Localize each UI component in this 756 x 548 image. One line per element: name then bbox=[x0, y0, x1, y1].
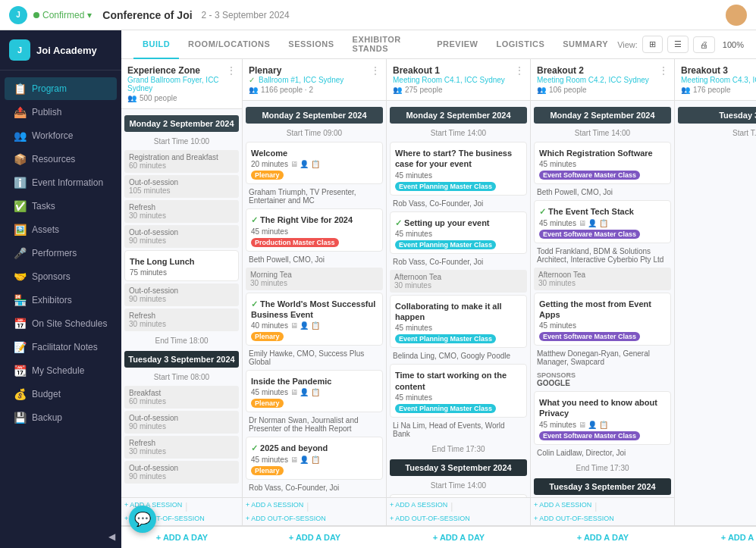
day-header: Monday 2 September 2024 bbox=[390, 107, 527, 124]
day-header: Monday 2 September 2024 bbox=[534, 107, 671, 124]
add-session-btn[interactable]: + ADD OUT-OF-SESSION bbox=[246, 515, 326, 522]
speaker-line: Todd Frankland, BDM & Solutions Architec… bbox=[534, 246, 671, 265]
add-session-btn[interactable]: + ADD A SESSION bbox=[246, 501, 303, 512]
session-card[interactable]: ✓ The Event Tech Stack 45 minutes 🖥 👤 📋 … bbox=[534, 200, 671, 243]
sidebar-item-performers[interactable]: 🎤Performers bbox=[5, 242, 117, 265]
tab-preview[interactable]: PREVIEW bbox=[428, 30, 487, 59]
topbar: J Confirmed ▾ Conference of Joi 2 - 3 Se… bbox=[0, 0, 756, 30]
out-session-block: Out-of-session90 minutes bbox=[124, 283, 239, 306]
sidebar-icon-3: 📦 bbox=[14, 153, 26, 165]
col-menu-btn[interactable]: ⋮ bbox=[659, 65, 668, 76]
col-subtitle: Grand Ballroom Foyer, ICC Sydney bbox=[127, 76, 227, 92]
session-title: The Long Lunch bbox=[130, 256, 234, 267]
sidebar-icon-4: ℹ️ bbox=[14, 177, 26, 189]
sidebar-item-on-site-schedules[interactable]: 📅On Site Schedules bbox=[5, 312, 117, 335]
session-card[interactable]: What you need to know about Privacy 45 m… bbox=[534, 391, 671, 445]
sidebar-icon-12: 📆 bbox=[14, 365, 26, 377]
add-session-btn[interactable]: + ADD OUT-OF-SESSION bbox=[534, 515, 614, 522]
schedule-container[interactable]: Experience Zone Grand Ballroom Foyer, IC… bbox=[121, 59, 756, 525]
session-card[interactable]: Getting the most from Event Apps 45 minu… bbox=[534, 293, 671, 346]
session-card[interactable]: The Long Lunch 75 minutes bbox=[124, 250, 239, 281]
session-tag: Event Planning Master Class bbox=[395, 404, 496, 413]
print-btn[interactable]: 🖨 bbox=[693, 36, 715, 53]
sidebar-icon-1: 📤 bbox=[14, 106, 26, 118]
col-body[interactable]: Tuesday 3 S...Start T... bbox=[675, 101, 756, 525]
view-grid-btn[interactable]: ⊞ bbox=[642, 36, 663, 53]
col-menu-btn[interactable]: ⋮ bbox=[227, 65, 236, 76]
session-tag: Event Planning Master Class bbox=[395, 240, 496, 249]
dropdown-icon[interactable]: ▾ bbox=[87, 10, 92, 20]
session-card[interactable]: ✓ Setting up your event 45 minutes Event… bbox=[390, 211, 527, 254]
footer-sep: | bbox=[306, 501, 309, 512]
sidebar-item-my-schedule[interactable]: 📆My Schedule bbox=[5, 359, 117, 382]
session-card[interactable]: Welcome 20 minutes 🖥 👤 📋 Plenary bbox=[246, 142, 383, 184]
col-body[interactable]: Monday 2 September 2024Start Time 14:00 … bbox=[531, 101, 674, 497]
session-icons: 🖥 👤 📋 bbox=[579, 421, 609, 429]
col-body[interactable]: Monday 2 September 2024Start Time 10:00R… bbox=[121, 109, 242, 497]
add-session-btn[interactable]: + ADD A SESSION bbox=[534, 501, 591, 512]
chat-bubble[interactable]: 💬 bbox=[129, 506, 156, 533]
add-day-btn-plenary[interactable]: + ADD A DAY bbox=[243, 526, 387, 548]
start-time: Start Time 14:00 bbox=[534, 127, 671, 139]
tab-sessions[interactable]: SESSIONS bbox=[279, 30, 343, 59]
out-session-block: Out-of-session90 minutes bbox=[124, 461, 239, 484]
session-title: ✓ 2025 and beyond bbox=[251, 443, 378, 453]
sidebar-item-backup[interactable]: 💾Backup bbox=[5, 406, 117, 429]
session-card[interactable]: Time to start working on the content 45 … bbox=[390, 364, 527, 418]
col-body[interactable]: Monday 2 September 2024Start Time 09:00 … bbox=[243, 101, 386, 497]
out-session-block: Registration and Breakfast60 minutes bbox=[124, 150, 239, 173]
session-title: Where to start? The business case for yo… bbox=[395, 148, 522, 170]
session-tag: Plenary bbox=[251, 399, 284, 408]
session-card[interactable]: ✓ The World's Most Successful Business E… bbox=[246, 293, 383, 346]
session-card[interactable]: Where to start? The business case for yo… bbox=[390, 142, 527, 196]
session-icons: 🖥 👤 📋 bbox=[290, 321, 321, 330]
session-card[interactable]: Which Registration Software 45 minutes E… bbox=[534, 142, 671, 184]
tab-logistics[interactable]: LOGISTICS bbox=[487, 30, 554, 59]
session-title: Time to start working on the content bbox=[395, 370, 522, 392]
col-body[interactable]: Monday 2 September 2024Start Time 14:00 … bbox=[387, 101, 530, 497]
session-duration: 45 minutes bbox=[395, 171, 522, 180]
sidebar-item-resources[interactable]: 📦Resources bbox=[5, 148, 117, 171]
sidebar-item-event-information[interactable]: ℹ️Event Information bbox=[5, 171, 117, 194]
session-duration: 45 minutes 🖥 👤 📋 bbox=[539, 219, 666, 227]
sidebar-item-sponsors[interactable]: 🤝Sponsors bbox=[5, 265, 117, 288]
sidebar-collapse-btn[interactable]: ◀ bbox=[0, 525, 121, 548]
sidebar-item-program[interactable]: 📋Program bbox=[5, 77, 117, 100]
session-card[interactable]: Inside the Pandemic 45 minutes 🖥 👤 📋 Ple… bbox=[246, 370, 383, 412]
session-card[interactable]: ✓ The Right Vibe for 2024 45 minutes Pro… bbox=[246, 208, 383, 251]
refresh-block: Refresh30 minutes bbox=[124, 436, 239, 459]
col-menu-btn[interactable]: ⋮ bbox=[515, 65, 524, 76]
col-menu-btn[interactable]: ⋮ bbox=[371, 65, 380, 76]
speaker-line: Li Na Lim, Head of Events, World Bank bbox=[390, 420, 527, 440]
sidebar-item-facilitator-notes[interactable]: 📝Facilitator Notes bbox=[5, 336, 117, 359]
session-card[interactable]: Collaborating to make it all happen 45 m… bbox=[390, 295, 527, 349]
add-day-btn-breakout1[interactable]: + ADD A DAY bbox=[387, 526, 531, 548]
view-list-btn[interactable]: ☰ bbox=[667, 36, 689, 53]
sidebar-item-publish[interactable]: 📤Publish bbox=[5, 101, 117, 124]
out-session-block: Out-of-session90 minutes bbox=[124, 411, 239, 434]
user-avatar[interactable] bbox=[726, 5, 747, 26]
tab-build[interactable]: BUILD bbox=[133, 30, 179, 59]
tab-room-locations[interactable]: ROOM/LOCATIONS bbox=[179, 30, 279, 59]
col-header-breakout1: Breakout 1 Meeting Room C4.1, ICC Sydney… bbox=[387, 59, 530, 101]
col-subtitle: Meeting Room C4.1, ICC Sydney bbox=[393, 76, 515, 84]
add-session-btn[interactable]: + ADD OUT-OF-SESSION bbox=[390, 515, 470, 522]
sidebar-item-workforce[interactable]: 👥Workforce bbox=[5, 124, 117, 147]
session-duration: 45 minutes bbox=[539, 321, 666, 330]
sidebar-item-budget[interactable]: 💰Budget bbox=[5, 383, 117, 406]
add-day-btn-breakout3[interactable]: + ADD A DAY bbox=[675, 526, 756, 548]
sidebar-item-exhibitors[interactable]: 🏪Exhibitors bbox=[5, 289, 117, 312]
col-header-plenary: Plenary ✓Ballroom #1, ICC Sydney 👥1166 p… bbox=[243, 59, 386, 101]
tab-summary[interactable]: SUMMARY bbox=[554, 30, 617, 59]
day-header: Tuesday 3 September 2024 bbox=[534, 478, 671, 495]
sidebar-item-tasks[interactable]: ✅Tasks bbox=[5, 195, 117, 218]
tab-exhibitor-stands[interactable]: EXHIBITOR STANDS bbox=[343, 30, 428, 59]
session-tag: Event Software Master Class bbox=[539, 171, 640, 180]
people-icon: 👥 bbox=[249, 86, 258, 94]
col-capacity: 👥500 people bbox=[127, 94, 227, 102]
add-session-btn[interactable]: + ADD A SESSION bbox=[390, 501, 447, 512]
sidebar-icon-7: 🎤 bbox=[14, 247, 26, 259]
session-card[interactable]: ✓ 2025 and beyond 45 minutes 🖥 👤 📋 Plena… bbox=[246, 437, 383, 479]
sidebar-item-assets[interactable]: 🖼️Assets bbox=[5, 218, 117, 241]
add-day-btn-breakout2[interactable]: + ADD A DAY bbox=[531, 526, 675, 548]
